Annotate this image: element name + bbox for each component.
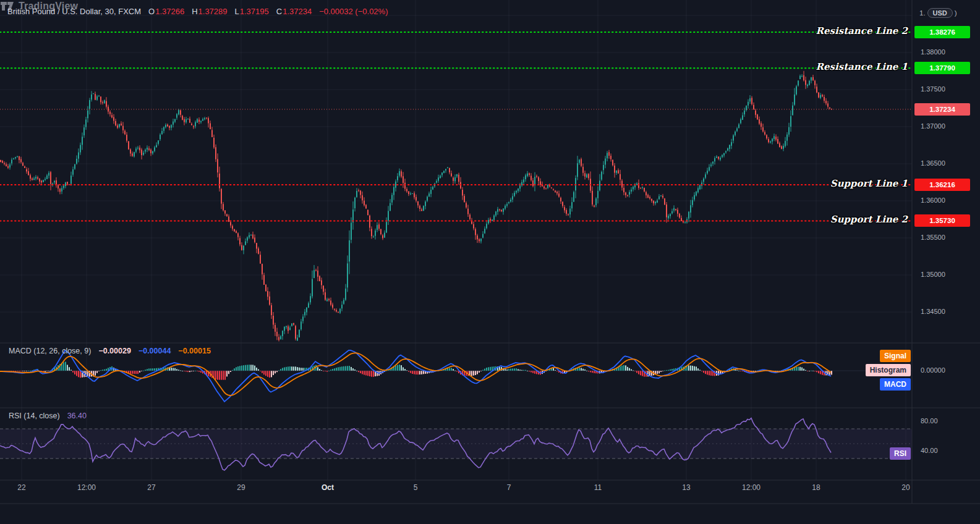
chart-canvas[interactable] xyxy=(0,0,980,524)
change-value: −0.00032 (−0.02%) xyxy=(319,7,388,16)
time-axis-tick[interactable]: 7 xyxy=(494,483,524,492)
support-line-1-label[interactable]: Support Line 1 xyxy=(830,178,908,189)
rsi-axis-label-80: 80.00 xyxy=(921,417,938,425)
time-axis-tick[interactable]: 27 xyxy=(137,483,166,492)
time-axis-tick[interactable]: 12:00 xyxy=(736,483,766,492)
signal-badge[interactable]: Signal xyxy=(880,350,911,362)
histogram-badge[interactable]: Histogram xyxy=(866,364,911,376)
price-axis-tick[interactable]: 1.34500 xyxy=(921,308,945,315)
rsi-value: 36.40 xyxy=(67,412,87,420)
time-axis-tick[interactable]: 11 xyxy=(583,483,613,492)
high-value: H 1.37289 xyxy=(192,7,227,16)
symbol-header: British Pound / U.S. Dollar, 30, FXCM O … xyxy=(7,7,388,16)
rsi-band xyxy=(0,429,912,458)
rsi-axis-label-40: 40.00 xyxy=(921,447,938,454)
macd-indicator-header: MACD (12, 26, close, 9) −0.00029 −0.0004… xyxy=(9,347,211,355)
price-axis-tick[interactable]: 1.37000 xyxy=(921,122,945,130)
time-axis-tick[interactable]: 20 xyxy=(891,483,921,492)
time-axis-tick[interactable]: 13 xyxy=(671,483,701,492)
candlestick-series[interactable] xyxy=(0,71,832,342)
resistance-line-2-label[interactable]: Resistance Line 2 xyxy=(816,25,908,36)
time-axis-tick[interactable]: 18 xyxy=(801,483,831,492)
support-line-2-price-label: 1.35730 xyxy=(914,214,970,227)
price-axis-tick[interactable]: 1.35500 xyxy=(921,234,945,241)
time-axis-tick[interactable]: 22 xyxy=(7,483,36,492)
macd-signal-value: −0.00015 xyxy=(178,347,210,355)
macd-zero-axis-label: 0.00000 xyxy=(921,366,945,374)
low-value: L 1.37195 xyxy=(235,7,269,16)
macd-title[interactable]: MACD (12, 26, close, 9) xyxy=(9,347,91,355)
time-axis-tick[interactable]: Oct xyxy=(313,483,343,492)
time-axis-tick[interactable]: 12:00 xyxy=(72,483,101,492)
macd-badge[interactable]: MACD xyxy=(880,378,911,391)
macd-line-value: −0.00044 xyxy=(138,347,171,355)
time-axis-tick[interactable]: 29 xyxy=(226,483,256,492)
rsi-title[interactable]: RSI (14, close) xyxy=(9,412,60,420)
macd-histogram-value: −0.00029 xyxy=(98,347,130,355)
currency-unit-control: 1. USD ) xyxy=(919,8,957,18)
price-axis-tick[interactable]: 1.37500 xyxy=(921,85,945,93)
resistance-line-1-label[interactable]: Resistance Line 1 xyxy=(816,61,908,72)
currency-button[interactable]: USD xyxy=(927,8,953,18)
close-value: C 1.37234 xyxy=(276,7,312,16)
tradingview-chart-window: British Pound / U.S. Dollar, 30, FXCM O … xyxy=(0,0,980,524)
price-axis-tick[interactable]: 1.35000 xyxy=(921,271,945,278)
axis-partial-tick: 1. xyxy=(919,9,926,17)
pane-separators[interactable] xyxy=(0,0,980,504)
symbol-title[interactable]: British Pound / U.S. Dollar, 30, FXCM xyxy=(7,7,141,16)
last-price-label: 1.37234 xyxy=(914,103,970,116)
horizontal-gridlines xyxy=(0,15,912,312)
rsi-indicator-header: RSI (14, close) 36.40 xyxy=(9,412,87,420)
time-axis-tick[interactable]: 5 xyxy=(401,483,430,492)
price-axis-tick[interactable]: 1.38000 xyxy=(921,48,945,56)
rsi-badge[interactable]: RSI xyxy=(890,447,911,460)
axis-partial-suffix: ) xyxy=(955,9,957,17)
support-line-1-price-label: 1.36216 xyxy=(914,179,970,191)
price-axis-tick[interactable]: 1.36000 xyxy=(921,196,945,204)
resistance-line-1-price-label: 1.37790 xyxy=(914,62,970,74)
resistance-line-2-price-label: 1.38276 xyxy=(914,26,970,38)
support-line-2-label[interactable]: Support Line 2 xyxy=(830,214,908,225)
price-axis-tick[interactable]: 1.36500 xyxy=(921,159,945,167)
open-value: O 1.37266 xyxy=(148,7,184,16)
